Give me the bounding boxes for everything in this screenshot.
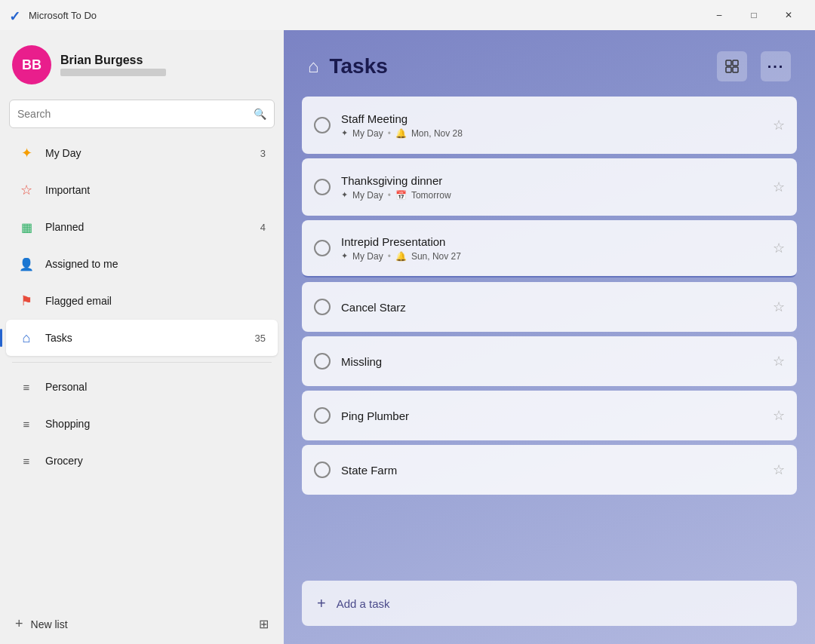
task-body-missling: Missling — [341, 355, 762, 368]
add-task-plus-icon: + — [317, 595, 326, 612]
new-list-footer[interactable]: + New list ⊞ — [0, 610, 284, 638]
more-options-button[interactable]: ··· — [761, 51, 791, 81]
add-task-bar[interactable]: + Add a task — [302, 581, 797, 626]
task-star-cancel-starz[interactable]: ☆ — [773, 299, 785, 315]
layout-toggle-button[interactable] — [717, 51, 747, 81]
titlebar: ✓ Microsoft To Do – □ ✕ — [0, 0, 815, 30]
sidebar-item-flagged[interactable]: ⚑ Flagged email — [6, 283, 278, 319]
task-circle-state-farm[interactable] — [314, 462, 331, 478]
task-circle-cancel-starz[interactable] — [314, 299, 331, 315]
important-icon: ☆ — [18, 182, 35, 198]
tasks-icon: ⌂ — [18, 330, 35, 346]
app-logo: ✓ — [9, 8, 23, 22]
task-body-intrepid: Intrepid Presentation ✦ My Day • 🔔 Sun, … — [341, 235, 762, 262]
svg-rect-3 — [733, 67, 738, 72]
task-meta-intrepid: ✦ My Day • 🔔 Sun, Nov 27 — [341, 251, 762, 262]
task-circle-thanksgiving[interactable] — [314, 179, 331, 195]
task-star-thanksgiving[interactable]: ☆ — [773, 179, 785, 195]
sidebar-item-personal[interactable]: ≡ Personal — [6, 369, 278, 405]
search-icon: 🔍 — [254, 108, 266, 120]
task-body-cancel-starz: Cancel Starz — [341, 301, 762, 314]
maximize-button[interactable]: □ — [737, 3, 771, 27]
new-list-label: New list — [31, 618, 68, 630]
planned-count: 4 — [260, 222, 266, 233]
task-bell-icon-2: 🔔 — [395, 251, 407, 262]
task-item-ping-plumber[interactable]: Ping Plumber ☆ — [302, 391, 797, 440]
plus-icon: + — [15, 616, 23, 632]
task-title-cancel-starz: Cancel Starz — [341, 301, 762, 314]
task-star-staff-meeting[interactable]: ☆ — [773, 117, 785, 133]
task-item-cancel-starz[interactable]: Cancel Starz ☆ — [302, 282, 797, 332]
minimize-button[interactable]: – — [702, 3, 737, 27]
search-input[interactable] — [17, 108, 248, 120]
task-item-staff-meeting[interactable]: Staff Meeting ✦ My Day • 🔔 Mon, Nov 28 ☆ — [302, 97, 797, 154]
task-date-2: Sun, Nov 27 — [411, 251, 461, 262]
list-icon-personal: ≡ — [18, 381, 35, 394]
task-item-state-farm[interactable]: State Farm ☆ — [302, 445, 797, 495]
tasks-count: 35 — [255, 333, 266, 344]
task-day-0: My Day — [352, 128, 383, 139]
my-day-icon: ✦ — [18, 145, 35, 161]
task-circle-intrepid[interactable] — [314, 240, 331, 256]
user-info: Brian Burgess — [60, 54, 166, 76]
task-meta-staff-meeting: ✦ My Day • 🔔 Mon, Nov 28 — [341, 128, 762, 139]
my-day-label: My Day — [45, 147, 250, 159]
important-label: Important — [45, 184, 255, 196]
divider — [12, 362, 272, 363]
tasks-header-title: Tasks — [330, 54, 704, 78]
sidebar-item-assigned[interactable]: 👤 Assigned to me — [6, 246, 278, 282]
task-item-intrepid[interactable]: Intrepid Presentation ✦ My Day • 🔔 Sun, … — [302, 220, 797, 278]
task-title-staff-meeting: Staff Meeting — [341, 112, 762, 125]
task-title-ping-plumber: Ping Plumber — [341, 409, 762, 422]
task-star-missling[interactable]: ☆ — [773, 353, 785, 370]
task-title-thanksgiving: Thanksgiving dinner — [341, 174, 762, 187]
task-cal-icon-1: 📅 — [395, 190, 407, 201]
layout-icon — [725, 60, 739, 73]
svg-rect-0 — [726, 60, 731, 66]
window-controls: – □ ✕ — [702, 3, 806, 27]
app-container: BB Brian Burgess 🔍 ✦ My Day 3 ☆ Importan… — [0, 30, 815, 644]
avatar: BB — [12, 45, 51, 84]
task-meta-thanksgiving: ✦ My Day • 📅 Tomorrow — [341, 190, 762, 201]
svg-rect-2 — [726, 67, 731, 72]
task-day-1: My Day — [352, 190, 383, 201]
sidebar-item-shopping[interactable]: ≡ Shopping — [6, 406, 278, 442]
task-sun-icon-1: ✦ — [341, 190, 348, 200]
task-body-staff-meeting: Staff Meeting ✦ My Day • 🔔 Mon, Nov 28 — [341, 112, 762, 139]
task-star-intrepid[interactable]: ☆ — [773, 240, 785, 256]
task-star-ping-plumber[interactable]: ☆ — [773, 407, 785, 424]
task-star-state-farm[interactable]: ☆ — [773, 462, 785, 478]
assigned-icon: 👤 — [18, 257, 35, 271]
profile-area[interactable]: BB Brian Burgess — [0, 30, 284, 97]
tasks-header: ⌂ Tasks ··· — [284, 30, 815, 97]
close-button[interactable]: ✕ — [771, 3, 806, 27]
tasks-label: Tasks — [45, 332, 244, 344]
task-circle-missling[interactable] — [314, 353, 331, 370]
nav-section: ✦ My Day 3 ☆ Important ▦ Planned 4 👤 Ass… — [0, 134, 284, 610]
app-title: Microsoft To Do — [29, 10, 696, 21]
planned-icon: ▦ — [18, 220, 35, 235]
sidebar-item-important[interactable]: ☆ Important — [6, 172, 278, 208]
task-day-2: My Day — [352, 251, 383, 262]
flagged-label: Flagged email — [45, 295, 255, 307]
sidebar-item-my-day[interactable]: ✦ My Day 3 — [6, 135, 278, 171]
my-day-count: 3 — [260, 148, 266, 159]
sidebar-item-grocery[interactable]: ≡ Grocery — [6, 443, 278, 479]
new-list-add-icon: ⊞ — [259, 617, 269, 631]
task-list: Staff Meeting ✦ My Day • 🔔 Mon, Nov 28 ☆… — [284, 97, 815, 572]
task-title-missling: Missling — [341, 355, 762, 368]
sidebar-item-planned[interactable]: ▦ Planned 4 — [6, 209, 278, 245]
sidebar-item-tasks[interactable]: ⌂ Tasks 35 — [6, 320, 278, 356]
task-item-missling[interactable]: Missling ☆ — [302, 336, 797, 386]
list-icon-grocery: ≡ — [18, 455, 35, 468]
tasks-header-icon: ⌂ — [308, 56, 319, 77]
task-bell-icon-0: 🔔 — [395, 128, 407, 139]
sidebar: BB Brian Burgess 🔍 ✦ My Day 3 ☆ Importan… — [0, 30, 284, 644]
task-sun-icon-2: ✦ — [341, 251, 348, 261]
task-circle-ping-plumber[interactable] — [314, 407, 331, 424]
planned-label: Planned — [45, 221, 250, 233]
search-bar[interactable]: 🔍 — [9, 100, 275, 128]
grocery-label: Grocery — [45, 455, 266, 467]
task-circle-staff-meeting[interactable] — [314, 117, 331, 133]
task-item-thanksgiving-dinner[interactable]: Thanksgiving dinner ✦ My Day • 📅 Tomorro… — [302, 158, 797, 216]
